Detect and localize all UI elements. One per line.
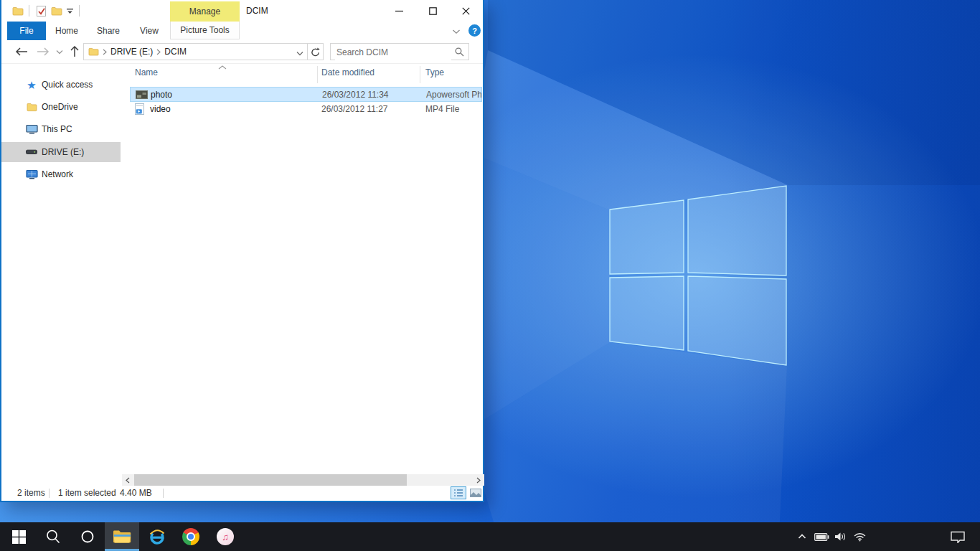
horizontal-scrollbar[interactable] [122, 474, 484, 486]
sidebar-item-drive-e[interactable]: DRIVE (E:) [1, 142, 121, 162]
chevron-down-icon [67, 8, 74, 14]
sidebar-item-label: This PC [42, 124, 72, 134]
help-icon: ? [472, 27, 477, 35]
tab-file[interactable]: File [7, 22, 46, 40]
breadcrumb-separator-icon [103, 49, 107, 55]
large-icons-view-button[interactable] [468, 486, 484, 499]
taskbar-itunes-button[interactable]: ♫ [208, 522, 242, 551]
status-divider [163, 489, 164, 498]
taskbar-chrome-button[interactable] [174, 522, 208, 551]
column-divider[interactable] [420, 66, 420, 83]
sidebar-item-this-pc[interactable]: This PC [1, 119, 121, 139]
address-dropdown-button[interactable] [296, 48, 303, 58]
file-row-photo[interactable]: photo 26/03/2012 11:34 Apowersoft Pho [130, 87, 482, 102]
qat-customize-button[interactable] [65, 4, 75, 18]
recent-locations-button[interactable] [55, 44, 65, 59]
tray-battery-button[interactable] [812, 522, 831, 551]
close-button[interactable] [448, 0, 484, 22]
chrome-icon [182, 528, 199, 545]
folder-icon [25, 103, 38, 112]
tab-share-label: Share [97, 26, 120, 36]
ribbon-collapse-button[interactable] [452, 27, 463, 35]
details-view-icon [453, 489, 463, 497]
tray-wifi-button[interactable] [849, 522, 870, 551]
internet-explorer-icon [146, 527, 166, 547]
sidebar-item-quick-access[interactable]: ★ Quick access [1, 75, 121, 95]
breadcrumb-folder[interactable]: DCIM [164, 47, 187, 57]
search-icon [455, 47, 464, 59]
file-row-video[interactable]: video 26/03/2012 11:27 MP4 File [130, 102, 482, 117]
wifi-icon [853, 532, 867, 542]
taskbar-internet-explorer-button[interactable] [139, 522, 174, 551]
sidebar-item-label: OneDrive [42, 102, 78, 112]
details-view-button[interactable] [451, 486, 466, 499]
help-button[interactable]: ? [468, 24, 481, 37]
scroll-left-button[interactable] [122, 474, 133, 486]
monitor-icon [25, 124, 38, 134]
manage-label: Manage [189, 6, 220, 17]
taskbar-search-button[interactable] [36, 522, 70, 551]
maximize-button[interactable] [417, 0, 449, 22]
sort-ascending-icon[interactable] [218, 62, 227, 72]
minimize-icon [395, 7, 403, 15]
back-button[interactable] [14, 44, 29, 59]
qat-properties-button[interactable] [34, 4, 48, 18]
column-header-type[interactable]: Type [425, 67, 444, 82]
address-toolbar: DRIVE (E:) DCIM [1, 40, 483, 64]
sidebar-item-onedrive[interactable]: OneDrive [1, 97, 121, 117]
scroll-right-button[interactable] [473, 474, 484, 486]
forward-button[interactable] [35, 44, 51, 59]
column-divider[interactable] [317, 66, 318, 83]
window-title: DCIM [246, 0, 268, 22]
cortana-button[interactable] [70, 522, 105, 551]
minimize-button[interactable] [383, 0, 415, 22]
action-center-button[interactable] [946, 522, 970, 551]
qat-folder-button[interactable] [11, 4, 25, 18]
tray-volume-button[interactable] [831, 522, 849, 551]
tab-picture-tools[interactable]: Picture Tools [170, 22, 240, 39]
tray-show-hidden-icons-button[interactable] [793, 522, 811, 551]
manage-contextual-header[interactable]: Manage [170, 1, 240, 22]
photo-thumbnail-icon [136, 90, 148, 101]
sidebar-item-label: DRIVE (E:) [42, 147, 84, 157]
folder-icon [51, 6, 62, 16]
selection-size: 4.40 MB [120, 488, 152, 498]
status-divider [49, 489, 50, 498]
volume-icon [834, 532, 847, 542]
breadcrumb-separator-icon [156, 49, 161, 55]
address-bar[interactable]: DRIVE (E:) DCIM [83, 43, 324, 60]
sidebar-item-label: Quick access [42, 80, 93, 90]
title-bar[interactable]: Manage DCIM [1, 0, 483, 22]
search-icon [45, 529, 61, 545]
network-icon [25, 169, 38, 179]
tab-home[interactable]: Home [46, 22, 88, 40]
search-input[interactable] [335, 44, 451, 60]
column-header-name[interactable]: Name [135, 67, 158, 82]
breadcrumb-drive[interactable]: DRIVE (E:) [110, 47, 153, 57]
taskbar-file-explorer-button[interactable] [105, 522, 139, 551]
file-name: video [150, 104, 171, 114]
sidebar-item-label: Network [42, 169, 73, 179]
sidebar-item-network[interactable]: Network [1, 164, 121, 184]
refresh-button[interactable] [307, 44, 323, 60]
scrollbar-thumb[interactable] [134, 474, 407, 486]
qat-new-folder-button[interactable] [50, 4, 64, 18]
chevron-left-icon [126, 477, 130, 484]
selection-count: 1 item selected [58, 488, 116, 498]
ribbon-tab-row: File Home Share View Picture Tools [1, 22, 483, 41]
file-date-modified: 26/03/2012 11:27 [321, 104, 388, 114]
chevron-down-icon [56, 50, 63, 55]
tab-share[interactable]: Share [88, 22, 129, 40]
breadcrumb: DRIVE (E:) DCIM [88, 44, 187, 60]
search-box[interactable] [330, 43, 469, 60]
start-button[interactable] [1, 522, 36, 551]
maximize-icon [429, 7, 437, 15]
chevron-down-icon [296, 51, 303, 56]
column-header-date-modified[interactable]: Date modified [321, 67, 374, 82]
arrow-up-icon [70, 46, 79, 57]
up-button[interactable] [67, 44, 83, 59]
folder-icon [88, 47, 99, 56]
windows-start-icon [12, 530, 26, 544]
arrow-right-icon [37, 47, 50, 56]
tab-view[interactable]: View [129, 22, 169, 40]
